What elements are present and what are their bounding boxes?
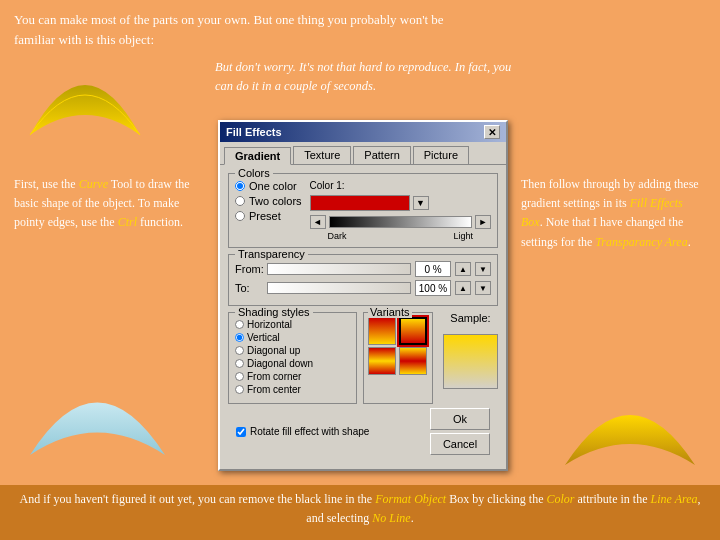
variants-legend: Variants	[368, 306, 412, 318]
top-paragraph: You can make most of the parts on your o…	[14, 10, 706, 49]
dark-label: Dark	[328, 231, 347, 241]
color-attr-link[interactable]: Color	[547, 492, 575, 506]
variants-grid	[368, 317, 428, 375]
colors-section: Colors One color Two colors Preset	[228, 173, 498, 248]
transparency-section: Transparency From: ▲ ▼ To: ▲ ▼	[228, 254, 498, 306]
radio-horizontal[interactable]: Horizontal	[235, 319, 350, 330]
variant-4[interactable]	[399, 347, 427, 375]
color-swatch[interactable]	[310, 195, 410, 211]
to-label: To:	[235, 282, 263, 294]
variants-section: Variants	[363, 312, 433, 404]
to-value[interactable]	[415, 280, 451, 296]
variant-2[interactable]	[399, 317, 427, 345]
dialog-titlebar: Fill Effects ✕	[220, 122, 506, 142]
from-label: From:	[235, 263, 263, 275]
sample-section: Sample:	[443, 312, 498, 404]
worry-paragraph: But don't worry. It's not that hard to r…	[215, 58, 706, 96]
colors-legend: Colors	[235, 167, 273, 179]
to-spinner-down[interactable]: ▼	[475, 281, 491, 295]
left-text-p3: function.	[137, 215, 183, 229]
crescent-bottom-right-image	[560, 375, 700, 485]
shading-variants-row: Shading styles Horizontal Vertical Diago…	[228, 312, 498, 404]
radio-from-center[interactable]: From center	[235, 384, 350, 395]
no-line-link[interactable]: No Line	[372, 511, 410, 525]
ok-button[interactable]: Ok	[430, 408, 490, 430]
dialog-title: Fill Effects	[226, 126, 282, 138]
to-row: To: ▲ ▼	[235, 280, 491, 296]
radio-diagonal-up[interactable]: Diagonal up	[235, 345, 350, 356]
radio-two-colors[interactable]: Two colors	[235, 195, 302, 207]
radio-preset[interactable]: Preset	[235, 210, 302, 222]
tab-picture[interactable]: Picture	[413, 146, 469, 164]
format-object-link[interactable]: Format Object	[375, 492, 446, 506]
tab-pattern[interactable]: Pattern	[353, 146, 410, 164]
color1-row: Color 1:	[310, 180, 491, 191]
to-bar[interactable]	[267, 282, 411, 294]
radio-from-corner[interactable]: From corner	[235, 371, 350, 382]
bottom-paragraph: And if you haven't figured it out yet, y…	[14, 490, 706, 528]
crescent-top-left-image	[20, 55, 150, 150]
radio-diagonal-down[interactable]: Diagonal down	[235, 358, 350, 369]
from-spinner-down[interactable]: ▼	[475, 262, 491, 276]
shading-section: Shading styles Horizontal Vertical Diago…	[228, 312, 357, 404]
from-value[interactable]	[415, 261, 451, 277]
right-text-p3: .	[688, 235, 691, 249]
radio-vertical[interactable]: Vertical	[235, 332, 350, 343]
tab-texture[interactable]: Texture	[293, 146, 351, 164]
from-spinner-up[interactable]: ▲	[455, 262, 471, 276]
dialog-close-button[interactable]: ✕	[484, 125, 500, 139]
bottom-p1: And if you haven't figured it out yet, y…	[19, 492, 375, 506]
sample-label: Sample:	[450, 312, 490, 324]
dialog-tabs: Gradient Texture Pattern Picture	[220, 142, 506, 165]
dark-light-bar[interactable]	[329, 216, 472, 228]
left-instruction-block: First, use the Curve Tool to draw the ba…	[14, 175, 209, 233]
rotate-checkbox[interactable]	[236, 427, 246, 437]
light-label: Light	[453, 231, 473, 241]
bottom-p5: .	[411, 511, 414, 525]
light-arrow-right[interactable]: ►	[475, 215, 491, 229]
dialog-body: Colors One color Two colors Preset	[220, 165, 506, 469]
worry-line2: can do it in a couple of seconds.	[215, 79, 376, 93]
rotate-checkbox-label: Rotate fill effect with shape	[250, 426, 369, 437]
crescent-bottom-left-image	[20, 360, 175, 470]
shading-legend: Shading styles	[235, 306, 313, 318]
cancel-button[interactable]: Cancel	[430, 433, 490, 455]
dialog-footer: Rotate fill effect with shape Ok Cancel	[228, 404, 498, 461]
rotate-checkbox-row[interactable]: Rotate fill effect with shape	[236, 426, 424, 437]
worry-line1: But don't worry. It's not that hard to r…	[215, 60, 511, 74]
bottom-p2: Box by clicking the	[446, 492, 546, 506]
radio-one-color[interactable]: One color	[235, 180, 302, 192]
right-instruction-block: Then follow through by adding these grad…	[521, 175, 706, 252]
top-text-line1: You can make most of the parts on your o…	[14, 12, 444, 27]
to-spinner-up[interactable]: ▲	[455, 281, 471, 295]
sample-preview	[443, 334, 498, 389]
from-row: From: ▲ ▼	[235, 261, 491, 277]
top-text-line2: familiar with is this object:	[14, 32, 154, 47]
tab-gradient[interactable]: Gradient	[224, 147, 291, 165]
transparancy-link[interactable]: Transparancy Area	[595, 235, 687, 249]
from-bar[interactable]	[267, 263, 411, 275]
color-arrow-down[interactable]: ▼	[413, 196, 429, 210]
left-text-p1: First, use the	[14, 177, 79, 191]
dark-arrow-left[interactable]: ◄	[310, 215, 326, 229]
transparency-legend: Transparency	[235, 248, 308, 260]
variant-1[interactable]	[368, 317, 396, 345]
variant-3[interactable]	[368, 347, 396, 375]
ctrl-link[interactable]: Ctrl	[118, 215, 137, 229]
line-area-link[interactable]: Line Area	[651, 492, 698, 506]
bottom-p3: attribute in the	[575, 492, 651, 506]
fill-effects-dialog: Fill Effects ✕ Gradient Texture Pattern …	[218, 120, 508, 471]
curve-tool-link[interactable]: Curve	[79, 177, 108, 191]
